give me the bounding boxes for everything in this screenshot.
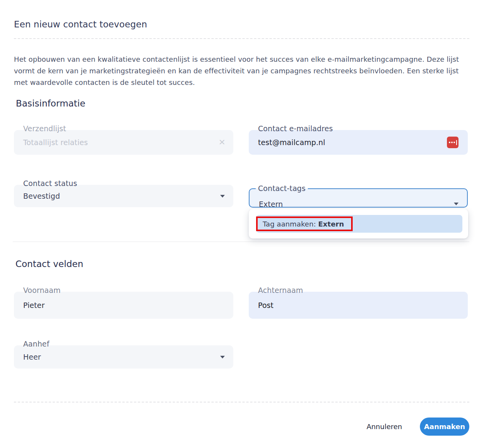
footer-divider — [14, 402, 469, 402]
voornaam-value: Pieter — [23, 301, 45, 309]
intro-text: Het opbouwen van een kwalitatieve contac… — [14, 54, 469, 88]
tag-create-option[interactable]: Tag aanmaken: Extern — [256, 215, 462, 233]
section-heading-basisinformatie: Basisinformatie — [16, 98, 469, 108]
form-row-1: Verzendlijst Totaallijst relaties × Cont… — [14, 130, 469, 155]
aanhef-value: Heer — [23, 353, 41, 361]
tags-select[interactable]: Contact-tags Extern — [249, 185, 468, 208]
footer-actions: Annuleren Aanmaken — [14, 418, 469, 436]
verzendlijst-field: Verzendlijst Totaallijst relaties × — [14, 130, 233, 155]
aanhef-select[interactable]: Heer — [14, 345, 233, 369]
tag-create-prefix: Tag aanmaken: — [263, 220, 318, 228]
status-value: Bevestigd — [23, 192, 60, 200]
email-input[interactable]: test@mailcamp.nl — [249, 130, 468, 155]
cancel-button[interactable]: Annuleren — [364, 419, 404, 434]
email-value: test@mailcamp.nl — [258, 138, 325, 147]
achternaam-field: Achternaam Post — [249, 292, 468, 319]
status-label: Contact status — [23, 179, 77, 188]
achternaam-input[interactable]: Post — [249, 292, 468, 319]
form-row-4: Aanhef Heer — [14, 345, 469, 369]
annotation-highlight: Tag aanmaken: Extern — [256, 216, 353, 231]
tags-value: Extern — [259, 200, 283, 208]
voornaam-input[interactable]: Pieter — [14, 292, 233, 319]
status-field: Contact status Bevestigd — [14, 185, 233, 207]
email-label: Contact e-mailadres — [258, 124, 333, 133]
aanhef-field: Aanhef Heer — [14, 345, 233, 369]
tags-label: Contact-tags — [256, 185, 308, 192]
voornaam-label: Voornaam — [23, 286, 61, 294]
verzendlijst-select[interactable]: Totaallijst relaties × — [14, 130, 233, 155]
add-contact-modal: Een nieuw contact toevoegen Het opbouwen… — [0, 19, 484, 436]
submit-button[interactable]: Aanmaken — [420, 418, 469, 436]
section-divider — [13, 242, 469, 242]
verzendlijst-label: Verzendlijst — [23, 124, 66, 133]
title-divider — [14, 38, 469, 39]
voornaam-field: Voornaam Pieter — [14, 292, 233, 319]
chevron-down-icon — [454, 203, 459, 205]
achternaam-label: Achternaam — [258, 286, 303, 294]
verzendlijst-value: Totaallijst relaties — [23, 138, 88, 147]
form-row-3: Voornaam Pieter Achternaam Post — [14, 292, 469, 319]
page-title: Een nieuw contact toevoegen — [14, 19, 469, 29]
status-select[interactable]: Bevestigd — [14, 185, 233, 207]
tag-create-term: Extern — [318, 220, 344, 228]
chevron-down-icon — [220, 195, 225, 198]
achternaam-value: Post — [258, 301, 273, 309]
section-heading-contact-velden: Contact velden — [15, 259, 469, 269]
aanhef-label: Aanhef — [23, 340, 49, 348]
chevron-down-icon — [220, 356, 225, 358]
email-field: Contact e-mailadres test@mailcamp.nl — [249, 130, 468, 155]
password-manager-icon[interactable] — [447, 137, 459, 148]
tags-dropdown-panel: Tag aanmaken: Extern — [249, 209, 468, 238]
clear-icon[interactable]: × — [218, 138, 226, 146]
form-row-2: Contact status Bevestigd Contact-tags Ex… — [14, 185, 469, 208]
